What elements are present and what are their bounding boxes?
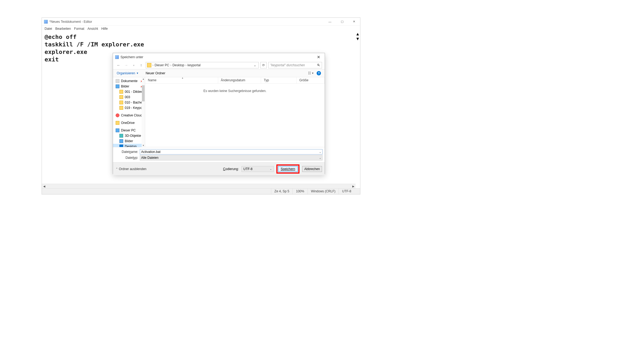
breadcrumb-desktop[interactable]: Desktop: [173, 63, 184, 67]
sidebar-item[interactable]: 010 - Bachelorar: [113, 100, 145, 105]
chevron-down-icon[interactable]: ⌄: [270, 167, 272, 170]
menu-file[interactable]: Datei: [45, 27, 52, 31]
status-bar: Ze 4, Sp 5 100% Windows (CRLF) UTF-8: [42, 188, 360, 194]
cloud-icon: [116, 113, 119, 117]
folder-icon: [119, 101, 123, 104]
sidebar-item[interactable]: Bilder: [113, 138, 145, 144]
notepad-titlebar[interactable]: *Neues Textdokument - Editor — ▢ ✕: [42, 18, 360, 26]
sidebar-item[interactable]: Dokumente📌: [113, 78, 145, 84]
chevron-down-icon[interactable]: ⌄: [319, 156, 321, 159]
save-button-highlight: Speichern: [276, 164, 299, 174]
cancel-button[interactable]: Abbrechen: [302, 166, 322, 172]
status-encoding: UTF-8: [339, 189, 360, 194]
scroll-left-icon[interactable]: ◀: [42, 184, 46, 189]
encoding-select[interactable]: UTF-8 ⌄: [241, 166, 274, 172]
sidebar-item-label: 3D-Objekte: [125, 134, 141, 138]
maximize-button[interactable]: ▢: [336, 18, 348, 26]
sort-asc-icon: ▲: [181, 77, 184, 79]
column-type[interactable]: Typ: [261, 77, 297, 83]
organize-button[interactable]: Organisieren ▼: [117, 71, 139, 75]
pic-icon: [119, 139, 123, 143]
breadcrumb-sep-icon: ›: [170, 63, 171, 67]
sidebar-item[interactable]: 003: [113, 94, 145, 100]
doc-icon: [116, 79, 119, 83]
search-placeholder: "keyportal" durchsuchen: [270, 63, 305, 67]
folder-icon: [119, 90, 123, 94]
nav-up-button[interactable]: ↑: [138, 62, 144, 68]
column-name[interactable]: Name▲: [145, 77, 218, 83]
dialog-title-text: Speichern unter: [120, 55, 143, 59]
column-headers: Name▲ Änderungsdatum Typ Größe: [145, 77, 325, 84]
sidebar-item[interactable]: 001 - Diktieren in: [113, 89, 145, 94]
navigation-sidebar: Dokumente📌Bilder📌001 - Diktieren in00301…: [113, 77, 145, 147]
save-button[interactable]: Speichern: [278, 166, 298, 172]
filetype-select[interactable]: Alle Dateien ⌄: [140, 155, 323, 160]
encoding-label: Codierung:: [223, 167, 239, 171]
vertical-scrollbar[interactable]: ▲ ▼: [356, 32, 360, 184]
scroll-up-icon[interactable]: ▴: [142, 77, 145, 80]
close-button[interactable]: ✕: [348, 18, 360, 26]
sidebar-item-label: 003: [125, 95, 130, 99]
sidebar-item[interactable]: Desktop: [113, 144, 145, 147]
hide-folders-button[interactable]: ⌃ Ordner ausblenden: [116, 167, 147, 171]
menu-view[interactable]: Ansicht: [87, 27, 98, 31]
scroll-up-icon[interactable]: ▲: [356, 32, 360, 36]
dialog-app-icon: [115, 55, 119, 59]
sidebar-item-label: Desktop: [125, 145, 137, 147]
obj3d-icon: [119, 134, 123, 138]
desktop-icon: [119, 145, 123, 147]
nav-back-button[interactable]: ←: [116, 62, 122, 68]
filename-label: Dateiname:: [115, 150, 140, 154]
sidebar-item[interactable]: OneDrive: [113, 120, 145, 126]
sidebar-item[interactable]: Creative Cloud Fil: [113, 113, 145, 118]
refresh-button[interactable]: ⟳: [260, 62, 267, 68]
scroll-right-icon[interactable]: ▶: [351, 184, 356, 189]
sidebar-item-label: Dokumente: [121, 79, 137, 83]
search-input[interactable]: "keyportal" durchsuchen 🔍︎: [268, 62, 322, 68]
notepad-menubar: Datei Bearbeiten Format Ansicht Hilfe: [42, 26, 360, 32]
sidebar-scrollbar[interactable]: ▴ ▾: [142, 77, 145, 147]
status-position: Ze 4, Sp 5: [271, 189, 292, 194]
breadcrumb-current[interactable]: keyportal: [188, 63, 201, 67]
minimize-button[interactable]: —: [324, 18, 336, 26]
sidebar-item[interactable]: Bilder📌: [113, 84, 145, 89]
scroll-down-icon[interactable]: ▼: [356, 36, 360, 41]
view-button[interactable]: ☷ ▼: [308, 71, 314, 75]
sidebar-item-label: Bilder: [121, 84, 129, 88]
chevron-down-icon[interactable]: ⌄: [319, 150, 321, 153]
sidebar-item[interactable]: 019 - Keyportal -: [113, 105, 145, 111]
nav-forward-button[interactable]: →: [123, 62, 129, 68]
breadcrumb-pc[interactable]: Dieser PC: [155, 63, 169, 67]
scrollbar-thumb[interactable]: [142, 85, 145, 101]
new-folder-button[interactable]: Neuer Ordner: [146, 71, 165, 75]
dialog-close-button[interactable]: ✕: [313, 53, 325, 61]
status-zoom: 100%: [292, 189, 308, 194]
dialog-action-bar: ⌃ Ordner ausblenden Codierung: UTF-8 ⌄ S…: [113, 162, 325, 175]
chevron-down-icon: ▼: [312, 72, 314, 75]
dialog-titlebar[interactable]: Speichern unter ✕: [113, 53, 325, 61]
address-bar[interactable]: › Dieser PC › Desktop › keyportal ⌄: [146, 62, 259, 68]
sidebar-item[interactable]: Dieser PC: [113, 128, 145, 133]
folder-icon: [119, 95, 123, 99]
folder-icon: [147, 63, 151, 67]
dialog-fields: Dateiname: Activation.bat ⌄ Dateityp: Al…: [113, 147, 325, 162]
menu-edit[interactable]: Bearbeiten: [55, 27, 71, 31]
scroll-down-icon[interactable]: ▾: [142, 144, 145, 147]
nav-recent-button[interactable]: ▾: [131, 62, 137, 68]
chevron-up-icon: ⌃: [116, 167, 118, 170]
sidebar-item-label: Bilder: [125, 139, 133, 143]
sidebar-item[interactable]: 3D-Objekte: [113, 133, 145, 138]
dialog-navigation: ← → ▾ ↑ › Dieser PC › Desktop › keyporta…: [113, 61, 325, 69]
pc-icon: [116, 128, 119, 132]
file-list: Name▲ Änderungsdatum Typ Größe Es wurden…: [145, 77, 325, 147]
filename-input[interactable]: Activation.bat ⌄: [140, 149, 323, 155]
menu-help[interactable]: Hilfe: [101, 27, 108, 31]
address-dropdown-icon[interactable]: ⌄: [253, 63, 257, 67]
horizontal-scrollbar[interactable]: ◀ ▶: [42, 184, 356, 188]
column-date[interactable]: Änderungsdatum: [218, 77, 261, 83]
view-icon: ☷: [308, 71, 311, 75]
help-button[interactable]: ?: [317, 71, 321, 75]
column-size[interactable]: Größe: [297, 77, 325, 83]
empty-message: Es wurden keine Suchergebnisse gefunden.: [145, 84, 325, 147]
menu-format[interactable]: Format: [74, 27, 84, 31]
